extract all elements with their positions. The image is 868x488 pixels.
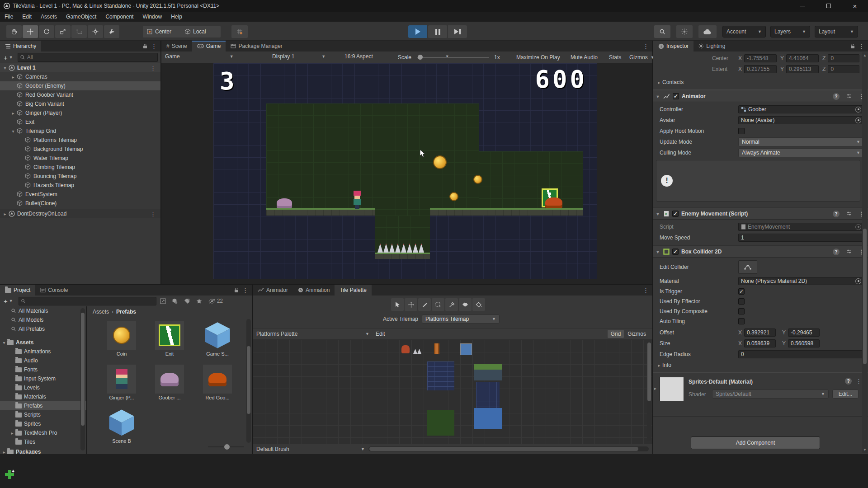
folder-row[interactable]: Tiles — [0, 437, 86, 446]
size-y-field[interactable]: 0.560598 — [788, 339, 820, 347]
layers-dropdown[interactable]: Layers▼ — [770, 26, 810, 38]
chevron-down-icon[interactable]: ▼ — [9, 299, 13, 303]
play-button[interactable] — [408, 25, 427, 38]
tab-animator[interactable]: Animator — [253, 285, 293, 296]
auto-tiling-checkbox[interactable] — [738, 318, 745, 324]
contacts-foldout[interactable]: ▸ Contacts — [653, 77, 861, 88]
rotate-tool-button[interactable] — [39, 25, 54, 38]
tab-console[interactable]: Console — [35, 285, 73, 296]
pause-button[interactable] — [428, 25, 447, 38]
display-target-dropdown[interactable]: Display 1▼ — [272, 53, 326, 60]
component-enabled-checkbox[interactable] — [673, 93, 679, 99]
folder-row[interactable]: Fonts — [0, 365, 86, 374]
rect-tool-button[interactable] — [71, 25, 87, 38]
folder-row[interactable]: Levels — [0, 383, 86, 392]
tile-brush-tool[interactable] — [418, 298, 431, 311]
scroll-down-icon[interactable]: ▼ — [863, 448, 867, 452]
update-mode-dropdown[interactable]: Normal▼ — [738, 137, 864, 146]
menu-item[interactable]: Window — [138, 12, 166, 22]
preferences-button[interactable] — [676, 25, 693, 38]
hierarchy-item[interactable]: Bullet(Clone) — [0, 199, 160, 208]
foldout-arrow[interactable]: ▸ — [654, 386, 656, 391]
folder-row[interactable]: Input System — [0, 374, 86, 383]
panel-menu-icon[interactable]: ⋮ — [639, 41, 652, 52]
prefab-item[interactable]: Ginger (P... — [99, 365, 144, 402]
material-swatch[interactable] — [660, 377, 684, 401]
size-x-field[interactable]: 0.058639 — [744, 339, 776, 347]
shader-dropdown[interactable]: Sprites/Default▼ — [712, 389, 829, 399]
presets-icon[interactable] — [846, 93, 852, 99]
extent-x-field[interactable]: 0.217155 — [744, 65, 777, 73]
folder-row[interactable]: Materials — [0, 392, 86, 401]
lock-icon[interactable] — [232, 285, 241, 296]
tile-eraser-tool[interactable] — [459, 298, 472, 311]
folder-row[interactable]: Scripts — [0, 410, 86, 419]
asset-grid-scrollbar[interactable] — [246, 319, 251, 443]
tab-animation[interactable]: Animation — [293, 285, 335, 296]
object-picker-icon[interactable] — [855, 107, 861, 113]
grid-snapping-button[interactable] — [231, 25, 248, 38]
edge-radius-field[interactable]: 0 — [738, 350, 864, 358]
menu-item[interactable]: GameObject — [61, 12, 101, 22]
tile-move-tool[interactable] — [405, 298, 417, 311]
palette-vscrollbar[interactable] — [647, 342, 651, 441]
move-speed-field[interactable]: 1 — [738, 234, 864, 242]
cloud-button[interactable] — [698, 25, 717, 38]
grid-toggle[interactable]: Grid — [608, 330, 624, 338]
favorite-search-row[interactable]: All Prefabs — [0, 324, 86, 333]
help-icon[interactable]: ? — [833, 93, 840, 100]
thumbnail-size-slider[interactable] — [208, 446, 244, 447]
tab-inspector[interactable]: Inspector — [653, 41, 693, 52]
tab-hierarchy[interactable]: Hierarchy — [0, 41, 41, 52]
hierarchy-item[interactable]: Cameras — [0, 72, 160, 81]
hierarchy-item[interactable]: Tilemap Grid — [0, 127, 160, 136]
prefab-item[interactable]: Coin — [99, 321, 144, 358]
ddol-scene-header[interactable]: ▸ DontDestroyOnLoad ⋮ — [0, 209, 160, 218]
tile-palette-canvas[interactable] — [253, 340, 652, 444]
hierarchy-item[interactable]: Water Tilemap — [0, 154, 160, 163]
apply-root-motion-checkbox[interactable] — [738, 128, 745, 134]
center-x-field[interactable]: -1.75548 — [744, 54, 777, 62]
custom-tool-button[interactable] — [104, 25, 119, 38]
hierarchy-item[interactable]: Big Coin Variant — [0, 99, 160, 108]
extent-y-field[interactable]: 0.295113 — [786, 65, 819, 73]
hierarchy-item[interactable]: Goober (Enemy) — [0, 81, 160, 90]
favorite-search-row[interactable]: All Materials — [0, 306, 86, 315]
scale-slider[interactable] — [417, 57, 489, 58]
maximize-on-play-toggle[interactable]: Maximize On Play — [516, 54, 560, 61]
menu-item[interactable]: Assets — [36, 12, 61, 22]
tile-picker-tool[interactable] — [445, 298, 458, 311]
scale-tool-button[interactable] — [55, 25, 71, 38]
offset-y-field[interactable]: -0.29465 — [788, 328, 820, 337]
used-by-composite-checkbox[interactable] — [738, 308, 745, 314]
add-gameobject-button[interactable]: + — [4, 54, 8, 61]
prefab-item[interactable]: Scene B — [99, 408, 144, 446]
component-enabled-checkbox[interactable] — [672, 211, 679, 217]
search-by-label-icon[interactable] — [184, 298, 190, 304]
hidden-packages-toggle[interactable]: 22 — [208, 298, 223, 304]
hierarchy-item[interactable]: Red Goober Variant — [0, 90, 160, 99]
edit-collider-button[interactable] — [738, 260, 757, 274]
hierarchy-item[interactable]: Platforms Tilemap — [0, 136, 160, 145]
transform-tool-button[interactable] — [88, 25, 103, 38]
shader-edit-button[interactable]: Edit... — [832, 389, 859, 399]
palette-edit-button[interactable]: Edit — [376, 331, 385, 337]
pivot-toggle-button[interactable]: Center — [143, 26, 185, 38]
mute-audio-toggle[interactable]: Mute Audio — [571, 54, 598, 61]
menu-item[interactable]: Edit — [18, 12, 36, 22]
scene-menu-icon[interactable]: ⋮ — [150, 211, 156, 217]
box-collider-component-header[interactable]: ▾ Box Collider 2D ? ⋮ — [653, 246, 868, 258]
tile-fill-tool[interactable] — [472, 298, 485, 311]
panel-menu-icon[interactable]: ⋮ — [857, 41, 868, 52]
open-search-window-icon[interactable] — [160, 298, 166, 304]
slider-handle[interactable] — [224, 444, 230, 450]
object-picker-icon[interactable] — [855, 117, 861, 123]
project-search-input[interactable] — [19, 297, 156, 305]
tab-package-manager[interactable]: Package Manager — [226, 41, 287, 52]
folder-row[interactable]: Sprites — [0, 419, 86, 428]
close-button[interactable]: × — [842, 0, 868, 12]
scroll-up-icon[interactable]: ▲ — [863, 53, 867, 57]
breadcrumb-current[interactable]: Prefabs — [116, 309, 136, 315]
menu-item[interactable]: File — [0, 12, 18, 22]
palette-hscrollbar[interactable] — [368, 446, 649, 451]
